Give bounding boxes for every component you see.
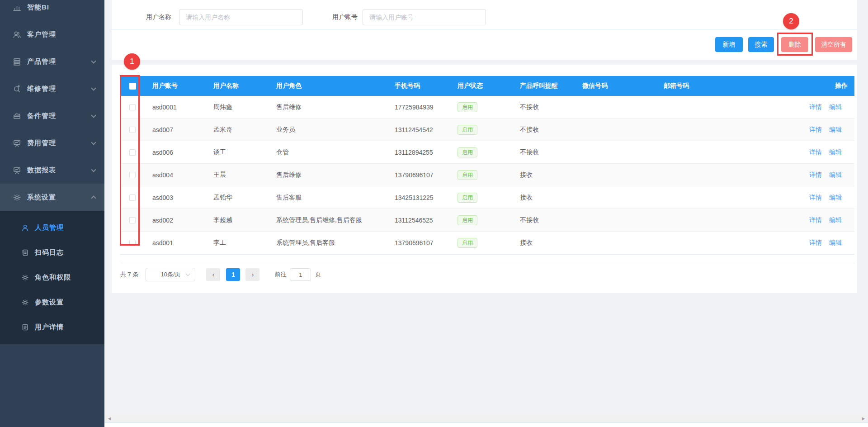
goto-label: 前往 <box>274 270 286 279</box>
table-card: 用户账号用户名称用户角色手机号码用户状态产品呼叫提醒微信号码邮箱号码操作 asd… <box>112 65 857 293</box>
sidebar-subitem-label: 扫码日志 <box>35 248 64 257</box>
column-header: 产品呼叫提醒 <box>512 82 575 90</box>
sidebar-item-label: 产品管理 <box>27 57 56 66</box>
row-checkbox[interactable] <box>129 172 136 178</box>
sidebar-item[interactable]: 维修管理 <box>0 75 104 102</box>
clear-all-button[interactable]: 清空所有 <box>815 37 852 52</box>
row-checkbox[interactable] <box>129 195 136 201</box>
user-account-input[interactable] <box>363 9 486 25</box>
column-header: 用户名称 <box>206 82 269 90</box>
detail-link[interactable]: 详情 <box>809 239 822 247</box>
chevron-down-icon <box>91 167 96 172</box>
detail-link[interactable]: 详情 <box>809 103 822 111</box>
user-account-input-wrap <box>363 9 486 25</box>
detail-link[interactable]: 详情 <box>809 171 822 179</box>
row-checkbox[interactable] <box>129 240 136 246</box>
cell-name: 李工 <box>206 239 269 247</box>
user-detail-icon <box>21 323 29 332</box>
detail-link[interactable]: 详情 <box>809 148 822 157</box>
edit-link[interactable]: 编辑 <box>829 239 842 247</box>
sidebar-subitem-label: 角色和权限 <box>35 273 71 282</box>
products-icon <box>12 57 21 66</box>
page-size-select[interactable]: 10条/页 <box>146 268 195 281</box>
page-1-button[interactable]: 1 <box>226 268 240 281</box>
cell-role: 仓管 <box>269 148 387 157</box>
cell-account: asd007 <box>145 126 206 133</box>
form-divider <box>112 29 857 29</box>
sidebar-subitem[interactable]: 参数设置 <box>0 290 104 315</box>
sidebar-item[interactable]: 费用管理 <box>0 129 104 157</box>
cell-role: 售后客服 <box>269 194 387 202</box>
cell-role: 售后维修 <box>269 171 387 179</box>
sidebar-subitem[interactable]: 用户详情 <box>0 315 104 340</box>
table-row: asd007孟米奇业务员13112454542启用不接收详情编辑 <box>120 119 854 141</box>
edit-link[interactable]: 编辑 <box>829 216 842 224</box>
sidebar-item[interactable]: 备件管理 <box>0 102 104 129</box>
customers-icon <box>12 30 21 39</box>
user-name-input[interactable] <box>179 9 302 25</box>
table-row: asd0001周炜鑫售后维修17725984939启用不接收详情编辑 <box>120 96 854 119</box>
row-checkbox[interactable] <box>129 104 136 110</box>
row-checkbox[interactable] <box>129 217 136 223</box>
cell-phone: 13112894255 <box>387 149 450 156</box>
scroll-left-icon[interactable]: ◄ <box>107 416 112 421</box>
prev-page-button[interactable]: ‹ <box>206 268 220 281</box>
row-checkbox[interactable] <box>129 149 136 156</box>
users-table: 用户账号用户名称用户角色手机号码用户状态产品呼叫提醒微信号码邮箱号码操作 asd… <box>120 76 854 254</box>
edit-link[interactable]: 编辑 <box>829 103 842 111</box>
cell-notify: 接收 <box>512 194 575 202</box>
chevron-down-icon <box>91 113 96 118</box>
select-all-checkbox[interactable] <box>129 83 136 90</box>
edit-link[interactable]: 编辑 <box>829 171 842 179</box>
chevron-down-icon <box>91 58 96 63</box>
column-header: 用户角色 <box>269 82 387 90</box>
sidebar-subitem[interactable]: 扫码日志 <box>0 240 104 265</box>
sidebar-item-label: 维修管理 <box>27 85 56 93</box>
sidebar-item[interactable]: 系统设置 <box>0 184 104 211</box>
scroll-right-icon[interactable]: ► <box>861 416 866 421</box>
edit-link[interactable]: 编辑 <box>829 126 842 134</box>
cell-role: 售后维修 <box>269 103 387 111</box>
sidebar-item[interactable]: 智能BI <box>0 0 104 21</box>
edit-link[interactable]: 编辑 <box>829 148 842 157</box>
sidebar-item-label: 客户管理 <box>27 30 56 39</box>
cell-name: 李超越 <box>206 216 269 224</box>
add-button[interactable]: 新增 <box>715 37 743 52</box>
next-page-button[interactable]: › <box>245 268 259 281</box>
cell-name: 周炜鑫 <box>206 103 269 111</box>
detail-link[interactable]: 详情 <box>809 194 822 202</box>
pagination-total: 共 7 条 <box>120 270 138 279</box>
sidebar-item-label: 系统设置 <box>27 193 56 202</box>
cell-status: 启用 <box>450 125 512 135</box>
detail-link[interactable]: 详情 <box>809 126 822 134</box>
cell-role: 系统管理员,售后客服 <box>269 239 387 247</box>
page: 智能BI客户管理产品管理维修管理备件管理费用管理数据报表系统设置 人员管理扫码日… <box>0 0 868 427</box>
status-badge: 启用 <box>458 125 477 135</box>
goto-page-input[interactable] <box>290 268 311 281</box>
status-badge: 启用 <box>458 170 477 180</box>
row-checkbox[interactable] <box>129 127 136 133</box>
edit-link[interactable]: 编辑 <box>829 194 842 202</box>
sidebar-item[interactable]: 数据报表 <box>0 157 104 184</box>
sidebar-subitem[interactable]: 人员管理 <box>0 215 104 240</box>
cell-status: 启用 <box>450 193 512 203</box>
sidebar-item[interactable]: 客户管理 <box>0 21 104 48</box>
search-button[interactable]: 搜索 <box>748 37 774 52</box>
cell-notify: 不接收 <box>512 216 575 224</box>
sidebar-subitem[interactable]: 角色和权限 <box>0 265 104 290</box>
cell-name: 孟米奇 <box>206 126 269 134</box>
sidebar: 智能BI客户管理产品管理维修管理备件管理费用管理数据报表系统设置 人员管理扫码日… <box>0 0 104 427</box>
sidebar-item[interactable]: 产品管理 <box>0 48 104 75</box>
cell-phone: 13425131225 <box>387 194 450 201</box>
delete-button[interactable]: 删除 <box>781 37 808 52</box>
cell-status: 启用 <box>450 215 512 225</box>
cell-notify: 不接收 <box>512 126 575 134</box>
horizontal-scrollbar[interactable]: ◄ ► <box>104 414 868 422</box>
cell-notify: 接收 <box>512 171 575 179</box>
sidebar-submenu: 人员管理扫码日志角色和权限参数设置用户详情 <box>0 211 104 344</box>
sidebar-item-label: 数据报表 <box>27 166 56 175</box>
cell-status: 启用 <box>450 147 512 157</box>
page-size-value: 10条/页 <box>160 270 180 279</box>
column-header: 用户账号 <box>145 82 206 90</box>
detail-link[interactable]: 详情 <box>809 216 822 224</box>
